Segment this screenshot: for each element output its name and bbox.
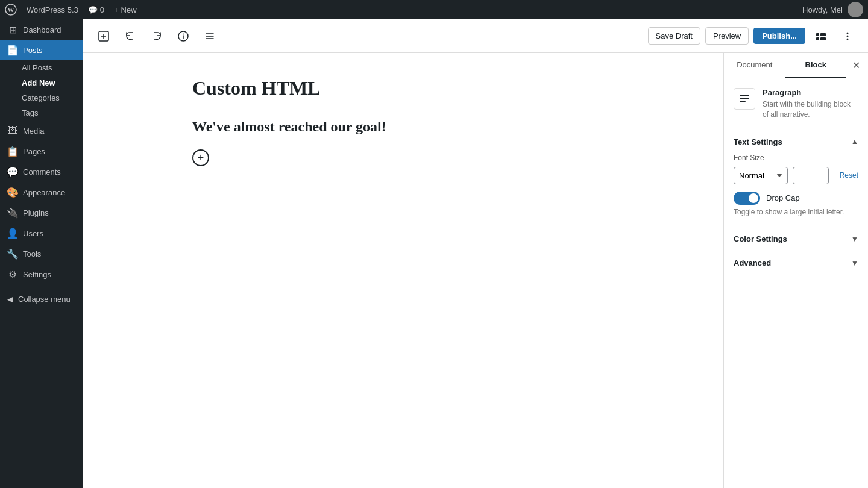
settings-panel-button[interactable] xyxy=(810,25,832,47)
admin-bar: W WordPress 5.3 💬 0 + New Howdy, Mel xyxy=(0,0,868,19)
dashboard-icon: ⊞ xyxy=(7,24,18,35)
panel-tabs: Document Block ✕ xyxy=(724,53,868,78)
svg-rect-20 xyxy=(740,101,746,102)
drop-cap-description: Toggle to show a large initial letter. xyxy=(734,207,858,217)
font-size-input[interactable] xyxy=(793,167,829,184)
sidebar-item-tools[interactable]: 🔧 Tools xyxy=(0,243,83,264)
post-body[interactable]: We've almost reached our goal! xyxy=(192,119,614,135)
svg-point-15 xyxy=(847,32,849,34)
font-size-label: Font Size xyxy=(734,154,858,162)
drop-cap-toggle[interactable] xyxy=(734,192,760,205)
editor-toolbar: Save Draft Preview Publish... xyxy=(83,19,868,53)
sidebar-item-posts[interactable]: 📄 Posts xyxy=(0,40,83,60)
posts-submenu: All Posts Add New Categories Tags xyxy=(0,60,83,120)
collapse-icon: ◀ xyxy=(7,295,13,304)
toolbar-right: Save Draft Preview Publish... xyxy=(648,25,858,47)
color-settings-section: Color Settings ▼ xyxy=(724,227,868,251)
tools-icon: 🔧 xyxy=(7,248,18,259)
toggle-knob xyxy=(749,193,758,203)
howdy-text: Howdy, Mel xyxy=(802,5,843,14)
advanced-chevron-icon: ▼ xyxy=(851,259,858,267)
sidebar-item-plugins[interactable]: 🔌 Plugins xyxy=(0,202,83,223)
svg-text:W: W xyxy=(8,6,14,13)
comments-icon: 💬 xyxy=(7,166,18,177)
svg-rect-12 xyxy=(816,37,819,40)
font-size-reset[interactable]: Reset xyxy=(840,171,858,180)
sidebar-item-all-posts[interactable]: All Posts xyxy=(14,60,83,75)
color-settings-chevron-icon: ▼ xyxy=(851,235,858,243)
font-size-select[interactable]: Normal Small Medium Large Huge xyxy=(734,167,788,184)
editor-area: Save Draft Preview Publish... xyxy=(83,19,868,488)
sidebar-item-appearance[interactable]: 🎨 Appearance xyxy=(0,182,83,202)
advanced-section: Advanced ▼ xyxy=(724,251,868,275)
svg-rect-18 xyxy=(740,95,749,96)
preview-button[interactable]: Preview xyxy=(705,27,749,45)
color-settings-header[interactable]: Color Settings ▼ xyxy=(724,227,868,251)
settings-icon: ⚙ xyxy=(7,269,18,280)
redo-button[interactable] xyxy=(146,25,168,47)
sidebar-item-settings[interactable]: ⚙ Settings xyxy=(0,264,83,284)
svg-rect-13 xyxy=(820,33,826,36)
text-settings-body: Font Size Normal Small Medium Large Huge xyxy=(724,154,868,227)
more-options-button[interactable] xyxy=(837,25,858,47)
editor-canvas[interactable]: Custom HTML We've almost reached our goa… xyxy=(83,53,723,488)
save-draft-button[interactable]: Save Draft xyxy=(648,27,700,45)
publish-button[interactable]: Publish... xyxy=(753,28,805,44)
comments-link[interactable]: 💬 0 xyxy=(88,5,104,14)
wp-logo[interactable]: W xyxy=(5,4,17,16)
info-button[interactable] xyxy=(172,25,194,47)
tab-block[interactable]: Block xyxy=(785,53,847,78)
editor-content: Custom HTML We've almost reached our goa… xyxy=(192,77,614,464)
sidebar-item-dashboard[interactable]: ⊞ Dashboard xyxy=(0,19,83,40)
font-size-row: Normal Small Medium Large Huge Reset xyxy=(734,167,858,184)
block-navigation-button[interactable] xyxy=(199,25,221,47)
right-panel: Document Block ✕ xyxy=(723,53,868,488)
drop-cap-row: Drop Cap xyxy=(734,192,858,205)
panel-scroll: Text Settings ▲ Font Size Normal Small M… xyxy=(724,130,868,488)
svg-point-17 xyxy=(847,38,849,40)
sidebar-item-comments[interactable]: 💬 Comments xyxy=(0,161,83,182)
sidebar-item-tags[interactable]: Tags xyxy=(14,105,83,120)
block-info: Paragraph Start with the building block … xyxy=(724,78,868,130)
add-block-inline-button[interactable]: + xyxy=(192,149,209,166)
drop-cap-label: Drop Cap xyxy=(766,193,800,202)
media-icon: 🖼 xyxy=(7,125,18,136)
text-settings-header[interactable]: Text Settings ▲ xyxy=(724,130,868,154)
tab-document[interactable]: Document xyxy=(724,53,785,78)
block-icon xyxy=(734,88,755,110)
plugins-icon: 🔌 xyxy=(7,207,18,218)
posts-icon: 📄 xyxy=(7,45,18,55)
text-settings-title: Text Settings xyxy=(734,137,782,146)
appearance-icon: 🎨 xyxy=(7,187,18,198)
sidebar-item-add-new[interactable]: Add New xyxy=(14,75,83,90)
panel-close-button[interactable]: ✕ xyxy=(846,56,866,75)
svg-rect-11 xyxy=(816,33,819,36)
sidebar-item-users[interactable]: 👤 Users xyxy=(0,223,83,243)
sidebar-item-pages[interactable]: 📋 Pages xyxy=(0,141,83,161)
svg-rect-14 xyxy=(820,37,826,40)
collapse-menu-button[interactable]: ◀ Collapse menu xyxy=(0,290,83,308)
color-settings-title: Color Settings xyxy=(734,234,787,243)
post-title[interactable]: Custom HTML xyxy=(192,77,614,99)
advanced-title: Advanced xyxy=(734,258,771,267)
pages-icon: 📋 xyxy=(7,146,18,157)
text-settings-chevron-icon: ▲ xyxy=(851,137,858,146)
sidebar-item-categories[interactable]: Categories xyxy=(14,90,83,105)
site-name[interactable]: WordPress 5.3 xyxy=(27,5,78,14)
svg-point-16 xyxy=(847,35,849,37)
undo-button[interactable] xyxy=(119,25,141,47)
text-settings-section: Text Settings ▲ Font Size Normal Small M… xyxy=(724,130,868,228)
admin-bar-right: Howdy, Mel xyxy=(802,2,863,17)
add-block-toolbar-button[interactable] xyxy=(93,25,115,47)
svg-rect-19 xyxy=(740,98,749,99)
advanced-header[interactable]: Advanced ▼ xyxy=(724,251,868,275)
content-wrapper: Custom HTML We've almost reached our goa… xyxy=(83,53,868,488)
users-icon: 👤 xyxy=(7,228,18,239)
avatar[interactable] xyxy=(848,2,863,17)
sidebar: ⊞ Dashboard 📄 Posts All Posts Add New Ca… xyxy=(0,19,83,488)
block-description: Start with the building block of all nar… xyxy=(763,99,858,120)
block-title: Paragraph xyxy=(763,88,858,97)
svg-point-7 xyxy=(183,33,184,34)
new-link[interactable]: + New xyxy=(114,5,137,14)
sidebar-item-media[interactable]: 🖼 Media xyxy=(0,120,83,141)
